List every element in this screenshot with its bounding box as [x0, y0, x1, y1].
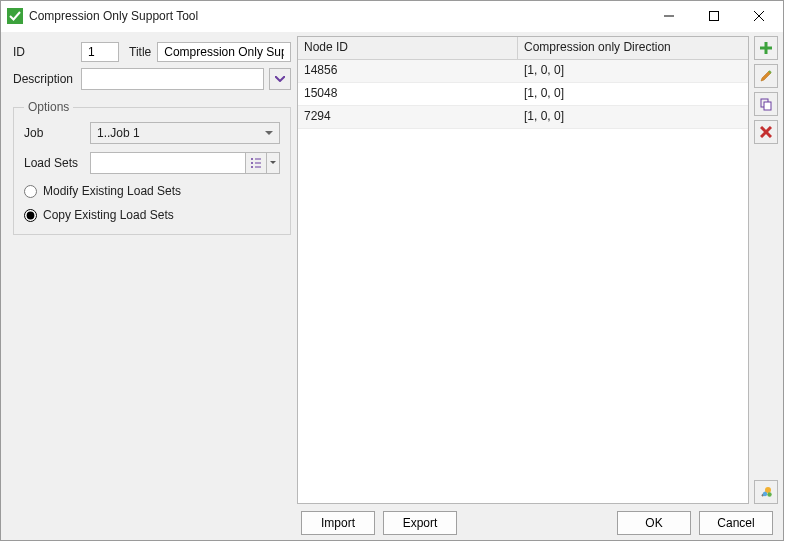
id-input[interactable] — [86, 44, 114, 60]
ok-button[interactable]: OK — [617, 511, 691, 535]
loadsets-field[interactable] — [90, 152, 246, 174]
app-icon — [7, 8, 23, 24]
job-value: 1..Job 1 — [97, 126, 140, 140]
copy-button[interactable] — [754, 92, 778, 116]
th-node-id[interactable]: Node ID — [298, 37, 518, 59]
radio-modify-input[interactable] — [24, 185, 37, 198]
pencil-icon — [759, 69, 773, 83]
cell-node-id: 7294 — [298, 106, 518, 128]
edit-button[interactable] — [754, 64, 778, 88]
copy-icon — [759, 97, 773, 111]
content-area: ID Title Description Options — [1, 32, 783, 506]
description-input[interactable] — [86, 71, 259, 87]
title-field[interactable] — [157, 42, 291, 62]
table-row[interactable]: 7294 [1, 0, 0] — [298, 106, 748, 129]
svg-rect-13 — [764, 102, 771, 110]
window-title: Compression Only Support Tool — [29, 9, 198, 23]
options-group: Options Job 1..Job 1 Load Sets — [13, 100, 291, 235]
id-title-row: ID Title — [13, 42, 291, 62]
id-field[interactable] — [81, 42, 119, 62]
cell-node-id: 14856 — [298, 60, 518, 82]
titlebar: Compression Only Support Tool — [1, 1, 783, 32]
node-table: Node ID Compression only Direction 14856… — [297, 36, 749, 504]
add-button[interactable] — [754, 36, 778, 60]
cell-direction: [1, 0, 0] — [518, 83, 748, 105]
radio-copy-input[interactable] — [24, 209, 37, 222]
job-row: Job 1..Job 1 — [24, 122, 280, 144]
right-panel: Node ID Compression only Direction 14856… — [297, 36, 779, 504]
svg-point-8 — [251, 166, 253, 168]
svg-rect-1 — [709, 12, 718, 21]
description-row: Description — [13, 68, 291, 90]
title-input[interactable] — [162, 44, 286, 60]
cell-direction: [1, 0, 0] — [518, 106, 748, 128]
minimize-icon — [664, 11, 674, 21]
delete-button[interactable] — [754, 120, 778, 144]
description-field[interactable] — [81, 68, 264, 90]
chevron-down-icon — [275, 76, 285, 82]
radio-modify-label: Modify Existing Load Sets — [43, 184, 181, 198]
description-label: Description — [13, 72, 75, 86]
minimize-button[interactable] — [646, 2, 691, 30]
form-panel: ID Title Description Options — [5, 36, 295, 504]
maximize-icon — [709, 11, 719, 21]
cell-node-id: 15048 — [298, 83, 518, 105]
side-toolbar — [753, 36, 779, 504]
cell-direction: [1, 0, 0] — [518, 60, 748, 82]
table-header: Node ID Compression only Direction — [298, 37, 748, 60]
maximize-button[interactable] — [691, 2, 736, 30]
radio-modify[interactable]: Modify Existing Load Sets — [24, 184, 280, 198]
plus-icon — [759, 41, 773, 55]
list-icon — [250, 157, 262, 169]
tool-icon — [759, 485, 773, 499]
id-label: ID — [13, 45, 75, 59]
loadsets-dropdown-button[interactable] — [266, 152, 280, 174]
close-icon — [754, 11, 764, 21]
loadsets-row: Load Sets — [24, 152, 280, 174]
svg-point-6 — [251, 162, 253, 164]
description-dropdown-button[interactable] — [269, 68, 291, 90]
radio-copy-label: Copy Existing Load Sets — [43, 208, 174, 222]
table-row[interactable]: 14856 [1, 0, 0] — [298, 60, 748, 83]
cancel-button[interactable]: Cancel — [699, 511, 773, 535]
th-direction[interactable]: Compression only Direction — [518, 37, 748, 59]
title-label: Title — [129, 45, 151, 59]
table-body: 14856 [1, 0, 0] 15048 [1, 0, 0] 7294 [1,… — [298, 60, 748, 503]
loadsets-label: Load Sets — [24, 156, 84, 170]
svg-point-18 — [767, 492, 771, 496]
close-button[interactable] — [736, 2, 781, 30]
footer: Import Export OK Cancel — [1, 506, 783, 540]
loadsets-list-button[interactable] — [245, 152, 267, 174]
dialog-window: Compression Only Support Tool ID Title — [0, 0, 784, 541]
svg-point-17 — [763, 492, 767, 496]
import-button[interactable]: Import — [301, 511, 375, 535]
job-label: Job — [24, 126, 84, 140]
export-button[interactable]: Export — [383, 511, 457, 535]
svg-point-4 — [251, 158, 253, 160]
radio-copy[interactable]: Copy Existing Load Sets — [24, 208, 280, 222]
chevron-down-icon — [270, 161, 276, 165]
tool-button[interactable] — [754, 480, 778, 504]
table-row[interactable]: 15048 [1, 0, 0] — [298, 83, 748, 106]
x-icon — [760, 126, 772, 138]
job-combo[interactable]: 1..Job 1 — [90, 122, 280, 144]
options-legend: Options — [24, 100, 73, 114]
